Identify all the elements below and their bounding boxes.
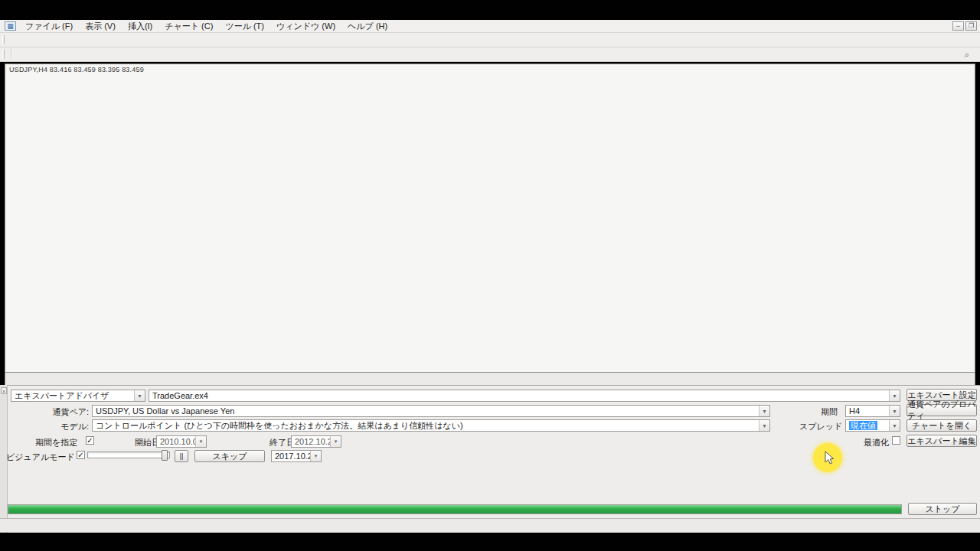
to-date-field[interactable]: 2012.10.25 ▾ <box>291 435 341 448</box>
model-value: コントロールポイント (ひとつ下の時間枠を使ったおおまかな方法。結果はあまり信頼… <box>93 420 759 432</box>
model-label: モデル: <box>31 421 89 432</box>
test-progress-bar <box>8 504 902 514</box>
tester-close-button[interactable]: × <box>1 387 7 394</box>
chevron-down-icon[interactable]: ▼ <box>889 390 900 401</box>
calendar-spinner-icon[interactable]: ▾ <box>330 436 341 447</box>
chevron-down-icon[interactable]: ▼ <box>134 390 145 401</box>
chart-title-ohlc: USDJPY,H4 83.416 83.459 83.395 83.459 <box>9 66 144 73</box>
tester-type-value: エキスパートアドバイザ <box>11 390 134 402</box>
to-date-value: 2012.10.25 <box>292 437 330 446</box>
skip-to-date-field[interactable]: 2017.10.26 ▾ <box>271 450 322 462</box>
menu-item-ヘ[interactable]: ヘルプ (H) <box>341 20 394 33</box>
spread-select[interactable]: 現在値 ▼ <box>845 419 900 432</box>
menu-item-表[interactable]: 表示 (V) <box>79 20 122 33</box>
skip-button[interactable]: スキップ <box>194 450 265 462</box>
edit-expert-button[interactable]: エキスパート編集 <box>906 435 977 447</box>
main-toolbar <box>0 33 980 47</box>
search-icon[interactable]: ⌕ <box>965 50 969 60</box>
chevron-down-icon[interactable]: ▼ <box>889 406 900 416</box>
tester-tab-bar <box>0 518 980 532</box>
app-icon: ▦ <box>5 21 16 31</box>
stop-button[interactable]: ストップ <box>908 503 977 515</box>
symbol-value: USDJPY, US Dollar vs Japanese Yen <box>93 406 759 416</box>
toolbar-grip[interactable] <box>2 50 5 59</box>
slider-handle[interactable] <box>162 450 168 461</box>
model-select[interactable]: コントロールポイント (ひとつ下の時間枠を使ったおおまかな方法。結果はあまり信頼… <box>92 419 770 432</box>
from-date-value: 2010.10.01 <box>157 437 195 446</box>
pause-button[interactable]: || <box>175 450 188 462</box>
optimization-checkbox[interactable] <box>892 436 900 445</box>
period-label: 期間 <box>821 406 838 418</box>
visual-mode-label: ビジュアルモード <box>6 452 75 463</box>
menu-bar: ▦ ファイル (F)表示 (V)挿入(I)チャート (C)ツール (T)ウィンド… <box>0 20 980 33</box>
spread-value: 現在値 <box>849 421 877 430</box>
menu-item-チ[interactable]: チャート (C) <box>158 20 219 33</box>
tester-type-select[interactable]: エキスパートアドバイザ ▼ <box>11 390 145 402</box>
progress-fill <box>8 505 901 514</box>
chart-tab-bar <box>5 373 975 385</box>
from-date-field[interactable]: 2010.10.01 ▾ <box>156 435 207 448</box>
use-date-label: 期間を指定 <box>35 437 77 448</box>
open-chart-button[interactable]: チャートを開く <box>906 419 977 432</box>
symbol-properties-button[interactable]: 通貨ペアのプロパティ <box>906 404 977 416</box>
calendar-spinner-icon[interactable]: ▾ <box>195 436 206 447</box>
spread-label: スプレッド <box>799 421 842 432</box>
menu-item-フ[interactable]: ファイル (F) <box>19 20 79 33</box>
menu-item-挿[interactable]: 挿入(I) <box>122 20 158 33</box>
mt4-window: ▦ ファイル (F)表示 (V)挿入(I)チャート (C)ツール (T)ウィンド… <box>0 0 980 551</box>
use-date-checkbox[interactable]: ✓ <box>86 436 94 445</box>
symbol-select[interactable]: USDJPY, US Dollar vs Japanese Yen ▼ <box>92 405 770 417</box>
period-value: H4 <box>846 406 889 416</box>
optimization-label: 最適化 <box>864 437 889 448</box>
calendar-spinner-icon[interactable]: ▾ <box>310 451 321 461</box>
toolbar-grip[interactable] <box>2 35 5 44</box>
skip-to-date-value: 2017.10.26 <box>272 452 310 461</box>
visual-speed-slider[interactable] <box>87 452 170 458</box>
expert-advisor-value: TradeGear.ex4 <box>149 391 889 400</box>
symbol-label: 通貨ペア: <box>31 406 89 418</box>
chevron-down-icon[interactable]: ▼ <box>889 420 900 431</box>
menu-item-ウ[interactable]: ウィンドウ (W) <box>270 20 341 33</box>
price-chart[interactable] <box>0 64 980 373</box>
restore-button[interactable]: ❐ <box>965 21 977 31</box>
minimize-button[interactable]: – <box>952 21 964 31</box>
letterbox-bottom <box>0 533 980 551</box>
drawing-toolbar: ⌕ <box>0 47 980 62</box>
chevron-down-icon[interactable]: ▼ <box>759 406 769 416</box>
menu-item-ツ[interactable]: ツール (T) <box>219 20 270 33</box>
mouse-cursor-icon <box>824 451 838 466</box>
period-select[interactable]: H4 ▼ <box>845 405 900 417</box>
chevron-down-icon[interactable]: ▼ <box>759 420 769 431</box>
letterbox-top <box>0 0 980 20</box>
expert-advisor-select[interactable]: TradeGear.ex4 ▼ <box>149 390 900 402</box>
visual-mode-checkbox[interactable]: ✓ <box>77 451 85 459</box>
